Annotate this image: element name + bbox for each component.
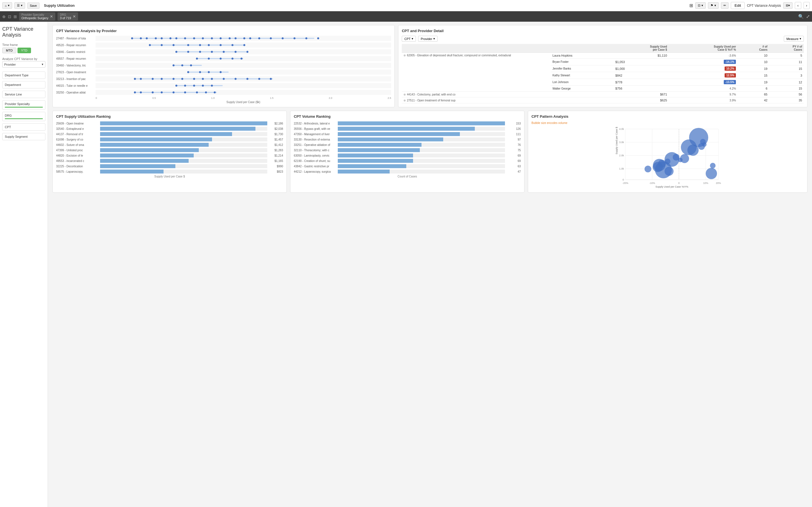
bubble-subtitle: Bubble size encodes volume [531, 121, 804, 124]
home-button[interactable]: ⌂ ▾ [2, 2, 12, 9]
filter-chip-specialty-value: Orthopedic Surgery [21, 16, 48, 20]
sidebar-item-department-type[interactable]: Department Type [2, 71, 45, 79]
yoy-bar-lori: -13.5% [724, 80, 736, 84]
cases-laura: 10 [738, 53, 769, 59]
provider-lori: Lori Johnson [551, 79, 613, 86]
filter-chip-drg-close[interactable]: ✕ [73, 14, 76, 18]
py-laura: 5 [769, 53, 804, 59]
py-lori: 12 [769, 79, 804, 86]
volume-rank-1: 35556 - Bypass graft, with ve 126 [294, 127, 521, 131]
svg-text:1.0k: 1.0k [619, 167, 624, 170]
volume-axis-label: Count of Cases [294, 175, 521, 178]
supply-rank-1: 32540 - Extrapleural e $2,038 [56, 127, 283, 131]
expand-button[interactable]: ⤢ [806, 14, 810, 19]
supply-rank-5: 47399 - Unlisted proc $1,283 [56, 148, 283, 152]
list-button[interactable]: ☰ ▾ [14, 2, 25, 9]
sidebar-item-service-line[interactable]: Service Line [2, 91, 45, 98]
dot-row-3: 49557 - Repair recurren [56, 56, 391, 61]
filter-bar: ⊕ ⊡ ⊞ Provider Specialty Orthopedic Surg… [0, 11, 812, 22]
cases-jennifer: 19 [738, 65, 769, 72]
yoy-lori: -13.5% [669, 79, 738, 86]
measure-filter-button[interactable]: Measure ▾ [784, 36, 804, 42]
top-row: CPT Variance Analysis by Provider 27487 … [52, 25, 808, 107]
cpt-filter-button[interactable]: CPT ▾ [402, 36, 416, 42]
top-toolbar: ⌂ ▾ ☰ ▾ Save Supply Utilization ⊞ ⊡▾ ⚑▾ … [0, 0, 812, 11]
edit-button[interactable]: Edit [731, 2, 745, 9]
cpt2-py: 56 [769, 92, 804, 98]
yoy-walter: 4.2% [669, 86, 738, 92]
cpt-variance-chart-title: CPT Variance Analysis by Provider [56, 29, 391, 33]
next-button[interactable]: › [804, 2, 810, 9]
supply-walter: $756 [614, 86, 669, 92]
monitor-button[interactable]: ⊡▾ [695, 2, 706, 9]
filter-chip-drg[interactable]: DRG 3 of 719 ✕ [57, 12, 78, 20]
table-row-cpt1: ⊕62005 - Elevation of depressed skull fr… [402, 53, 804, 59]
sidebar-item-service-line-label: Service Line [5, 93, 22, 96]
supply-lori: $778 [614, 79, 669, 86]
dot-row-6-label: 33213 - Insertion of pac [56, 77, 96, 80]
analyze-dropdown[interactable]: Provider ▾ [2, 61, 45, 68]
supply-kathy: $842 [614, 72, 669, 79]
py-walter: 15 [769, 86, 804, 92]
bubble-svg: 4.0k 3.0k 2.0k 1.0k 0 -20% -10% 0 10% 20… [531, 126, 804, 188]
prev-button[interactable]: ‹ [795, 2, 801, 9]
cpt1-expand[interactable]: ⊕ [403, 54, 406, 57]
sidebar: CPT Variance Analysis Time frame MTD YTD… [0, 22, 48, 507]
filter-icon-3[interactable]: ⊞ [13, 14, 17, 19]
table-row-cpt3: ⊕27511 - Open treatment of femoral sup $… [402, 98, 804, 103]
bookmark-icon: ⚑ [711, 4, 713, 7]
pencil-icon[interactable]: ✏ [721, 2, 728, 9]
filter-chip-specialty[interactable]: Provider Specialty Orthopedic Surgery ✕ [19, 12, 55, 20]
volume-rank-3: 33130 - Resection of externa 97 [294, 137, 521, 142]
yoy-bar-bryan: -14.1% [724, 60, 736, 64]
filter-icon-2[interactable]: ⊡ [8, 14, 11, 19]
analysis-title-toolbar: CPT Variance Analysis [747, 4, 781, 8]
layout-button[interactable]: ⊟▾ [783, 2, 793, 9]
bookmark-button[interactable]: ⚑▾ [708, 2, 719, 9]
dot-row-1: 49520 - Repair recurren [56, 43, 391, 48]
sidebar-item-provider-specialty[interactable]: Provider Specialty [2, 100, 45, 110]
filter-chip-specialty-close[interactable]: ✕ [50, 14, 53, 18]
provider-laura: Laura Hopkins [551, 53, 613, 59]
sidebar-item-supply-segment-label: Supply Segment [5, 135, 28, 138]
dot-row-8: 33250 - Operative ablat [56, 90, 391, 95]
cpt-table-title: CPT and Provider Detail [402, 29, 804, 33]
col-py-cases: PY # ofCases [769, 44, 804, 53]
filter-icon-1[interactable]: ⊕ [2, 14, 6, 19]
cpt2-expand[interactable]: ⊕ [403, 93, 406, 96]
svg-text:2.0k: 2.0k [619, 154, 624, 157]
cpt3-py: 35 [769, 98, 804, 103]
dot-row-0: 27487 - Revision of tota [56, 36, 391, 41]
sidebar-item-department[interactable]: Department [2, 81, 45, 89]
sidebar-item-drg[interactable]: DRG [2, 112, 45, 121]
provider-filter-button[interactable]: Provider ▾ [418, 36, 438, 42]
filter-chip-drg-label: DRG [60, 13, 71, 16]
dot-row-7: 44015 - Tube or needle e [56, 83, 391, 88]
page-title: CPT Variance Analysis [2, 24, 45, 41]
cases-lori: 19 [738, 79, 769, 86]
svg-text:-20%: -20% [622, 182, 628, 184]
bubble-16 [706, 168, 717, 179]
mtd-button[interactable]: MTD [2, 48, 16, 53]
cpt2-supply: $671 [614, 92, 669, 98]
cpt2-cases: 65 [738, 92, 769, 98]
cpt-filter-chevron: ▾ [412, 37, 413, 41]
dot-row-8-label: 33250 - Operative ablat [56, 91, 96, 94]
analyze-value: Provider [4, 63, 16, 66]
cpt1-label: ⊕62005 - Elevation of depressed skull fr… [402, 53, 551, 92]
provider-walter: Walter George [551, 86, 613, 92]
filter-chip-drg-value: 3 of 719 [60, 16, 71, 20]
supply-rank-0: 25609 - Open treatme $2,186 [56, 121, 283, 125]
provider-kathy: Kathy Stewart [551, 72, 613, 79]
sidebar-item-supply-segment[interactable]: Supply Segment [2, 133, 45, 140]
cpt3-expand[interactable]: ⊕ [403, 99, 406, 102]
cpt3-supply: $625 [614, 98, 669, 103]
cases-walter: 6 [738, 86, 769, 92]
ytd-button[interactable]: YTD [17, 48, 31, 53]
supply-ranking-title: CPT Supply Utilization Ranking [56, 114, 283, 119]
save-button[interactable]: Save [28, 3, 40, 9]
search-button[interactable]: 🔍 [798, 14, 804, 19]
volume-ranking-card: CPT Volume Ranking 22532 - Arthrodesis, … [290, 111, 524, 193]
dot-row-2-chart [96, 49, 391, 54]
sidebar-item-cpt[interactable]: CPT [2, 123, 45, 131]
